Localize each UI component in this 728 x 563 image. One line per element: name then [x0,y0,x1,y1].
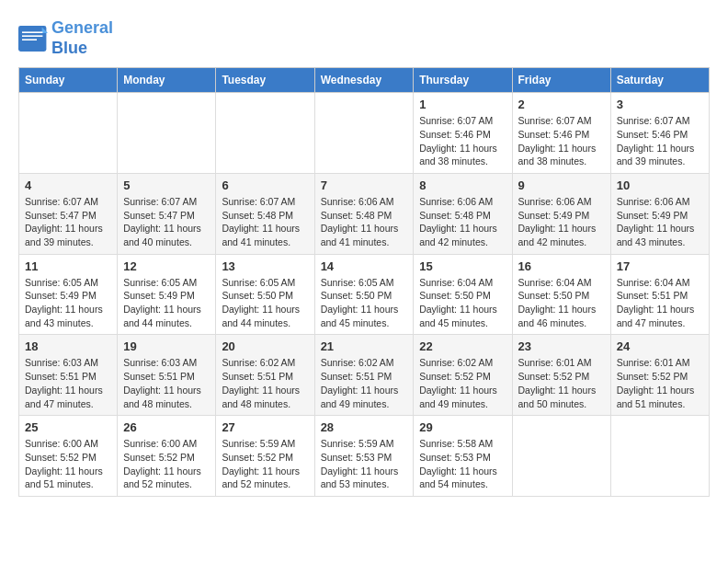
logo: General Blue [18,18,113,58]
calendar-table: SundayMondayTuesdayWednesdayThursdayFrid… [18,67,710,497]
day-number: 3 [617,98,703,111]
day-cell: 21Sunrise: 6:02 AM Sunset: 5:51 PM Dayli… [314,335,414,416]
day-number: 29 [419,420,506,434]
day-info: Sunrise: 6:05 AM Sunset: 5:50 PM Dayligh… [321,276,408,330]
header-cell-thursday: Thursday [414,68,512,93]
svg-rect-2 [22,31,42,33]
day-cell: 9Sunrise: 6:06 AM Sunset: 5:49 PM Daylig… [512,173,610,254]
day-info: Sunrise: 6:02 AM Sunset: 5:51 PM Dayligh… [222,356,308,410]
day-cell: 19Sunrise: 6:03 AM Sunset: 5:51 PM Dayli… [118,335,216,416]
day-info: Sunrise: 6:00 AM Sunset: 5:52 PM Dayligh… [25,437,111,491]
day-info: Sunrise: 6:07 AM Sunset: 5:48 PM Dayligh… [222,195,308,249]
day-cell: 2Sunrise: 6:07 AM Sunset: 5:46 PM Daylig… [512,93,610,174]
day-cell: 27Sunrise: 5:59 AM Sunset: 5:52 PM Dayli… [216,416,314,497]
day-cell [19,93,118,174]
day-number: 18 [25,339,111,353]
day-number: 19 [123,339,210,353]
day-cell: 4Sunrise: 6:07 AM Sunset: 5:47 PM Daylig… [19,173,118,254]
day-info: Sunrise: 5:58 AM Sunset: 5:53 PM Dayligh… [419,437,506,491]
day-number: 26 [123,420,210,434]
day-cell: 13Sunrise: 6:05 AM Sunset: 5:50 PM Dayli… [216,254,314,335]
page-header: General Blue [18,18,710,58]
day-info: Sunrise: 6:01 AM Sunset: 5:52 PM Dayligh… [518,356,605,410]
week-row-3: 18Sunrise: 6:03 AM Sunset: 5:51 PM Dayli… [19,335,710,416]
day-info: Sunrise: 6:06 AM Sunset: 5:48 PM Dayligh… [321,195,408,249]
day-cell: 15Sunrise: 6:04 AM Sunset: 5:50 PM Dayli… [414,254,512,335]
logo-icon [18,26,48,52]
day-info: Sunrise: 6:03 AM Sunset: 5:51 PM Dayligh… [25,356,111,410]
day-cell: 14Sunrise: 6:05 AM Sunset: 5:50 PM Dayli… [314,254,414,335]
day-number: 23 [518,339,605,353]
header-cell-tuesday: Tuesday [216,68,314,93]
day-number: 8 [419,178,506,192]
day-number: 12 [123,259,210,273]
day-number: 11 [25,259,111,273]
day-number: 4 [25,178,111,192]
day-number: 5 [123,178,210,192]
day-cell: 28Sunrise: 5:59 AM Sunset: 5:53 PM Dayli… [314,416,414,497]
day-cell: 18Sunrise: 6:03 AM Sunset: 5:51 PM Dayli… [19,335,118,416]
day-cell: 16Sunrise: 6:04 AM Sunset: 5:50 PM Dayli… [512,254,610,335]
day-info: Sunrise: 6:03 AM Sunset: 5:51 PM Dayligh… [123,356,210,410]
day-info: Sunrise: 6:06 AM Sunset: 5:48 PM Dayligh… [419,195,506,249]
header-row: SundayMondayTuesdayWednesdayThursdayFrid… [19,68,710,93]
day-info: Sunrise: 5:59 AM Sunset: 5:53 PM Dayligh… [321,437,408,491]
day-cell: 17Sunrise: 6:04 AM Sunset: 5:51 PM Dayli… [610,254,709,335]
day-info: Sunrise: 6:04 AM Sunset: 5:50 PM Dayligh… [419,276,506,330]
week-row-0: 1Sunrise: 6:07 AM Sunset: 5:46 PM Daylig… [19,93,710,174]
day-number: 25 [25,420,111,434]
day-cell: 6Sunrise: 6:07 AM Sunset: 5:48 PM Daylig… [216,173,314,254]
day-number: 6 [222,178,308,192]
day-cell: 12Sunrise: 6:05 AM Sunset: 5:49 PM Dayli… [118,254,216,335]
week-row-1: 4Sunrise: 6:07 AM Sunset: 5:47 PM Daylig… [19,173,710,254]
day-info: Sunrise: 6:06 AM Sunset: 5:49 PM Dayligh… [617,195,703,249]
day-info: Sunrise: 6:06 AM Sunset: 5:49 PM Dayligh… [518,195,605,249]
day-number: 14 [321,259,408,273]
day-info: Sunrise: 6:05 AM Sunset: 5:49 PM Dayligh… [25,276,111,330]
day-info: Sunrise: 6:07 AM Sunset: 5:46 PM Dayligh… [617,114,703,168]
day-info: Sunrise: 6:01 AM Sunset: 5:52 PM Dayligh… [617,356,703,410]
day-cell: 7Sunrise: 6:06 AM Sunset: 5:48 PM Daylig… [314,173,414,254]
day-info: Sunrise: 6:07 AM Sunset: 5:46 PM Dayligh… [419,114,506,168]
day-number: 21 [321,339,408,353]
svg-rect-4 [22,39,37,40]
header-cell-monday: Monday [118,68,216,93]
day-cell [512,416,610,497]
day-cell: 3Sunrise: 6:07 AM Sunset: 5:46 PM Daylig… [610,93,709,174]
day-number: 15 [419,259,506,273]
day-cell: 24Sunrise: 6:01 AM Sunset: 5:52 PM Dayli… [610,335,709,416]
header-cell-friday: Friday [512,68,610,93]
day-cell: 25Sunrise: 6:00 AM Sunset: 5:52 PM Dayli… [19,416,118,497]
day-info: Sunrise: 5:59 AM Sunset: 5:52 PM Dayligh… [222,437,308,491]
day-number: 22 [419,339,506,353]
day-number: 2 [518,98,605,111]
day-cell: 22Sunrise: 6:02 AM Sunset: 5:52 PM Dayli… [414,335,512,416]
day-number: 7 [321,178,408,192]
day-cell [216,93,314,174]
day-cell: 20Sunrise: 6:02 AM Sunset: 5:51 PM Dayli… [216,335,314,416]
day-cell: 1Sunrise: 6:07 AM Sunset: 5:46 PM Daylig… [414,93,512,174]
day-info: Sunrise: 6:07 AM Sunset: 5:47 PM Dayligh… [25,195,111,249]
header-cell-saturday: Saturday [610,68,709,93]
header-cell-wednesday: Wednesday [314,68,414,93]
day-number: 1 [419,98,506,111]
day-info: Sunrise: 6:04 AM Sunset: 5:51 PM Dayligh… [617,276,703,330]
day-number: 9 [518,178,605,192]
day-cell: 8Sunrise: 6:06 AM Sunset: 5:48 PM Daylig… [414,173,512,254]
week-row-4: 25Sunrise: 6:00 AM Sunset: 5:52 PM Dayli… [19,416,710,497]
day-info: Sunrise: 6:05 AM Sunset: 5:49 PM Dayligh… [123,276,210,330]
day-info: Sunrise: 6:02 AM Sunset: 5:51 PM Dayligh… [321,356,408,410]
day-info: Sunrise: 6:02 AM Sunset: 5:52 PM Dayligh… [419,356,506,410]
day-cell: 11Sunrise: 6:05 AM Sunset: 5:49 PM Dayli… [19,254,118,335]
day-cell: 5Sunrise: 6:07 AM Sunset: 5:47 PM Daylig… [118,173,216,254]
day-cell: 26Sunrise: 6:00 AM Sunset: 5:52 PM Dayli… [118,416,216,497]
day-number: 10 [617,178,703,192]
day-number: 13 [222,259,308,273]
svg-rect-3 [22,35,42,37]
day-number: 16 [518,259,605,273]
day-info: Sunrise: 6:05 AM Sunset: 5:50 PM Dayligh… [222,276,308,330]
day-info: Sunrise: 6:07 AM Sunset: 5:47 PM Dayligh… [123,195,210,249]
header-cell-sunday: Sunday [19,68,118,93]
day-cell [314,93,414,174]
day-number: 24 [617,339,703,353]
